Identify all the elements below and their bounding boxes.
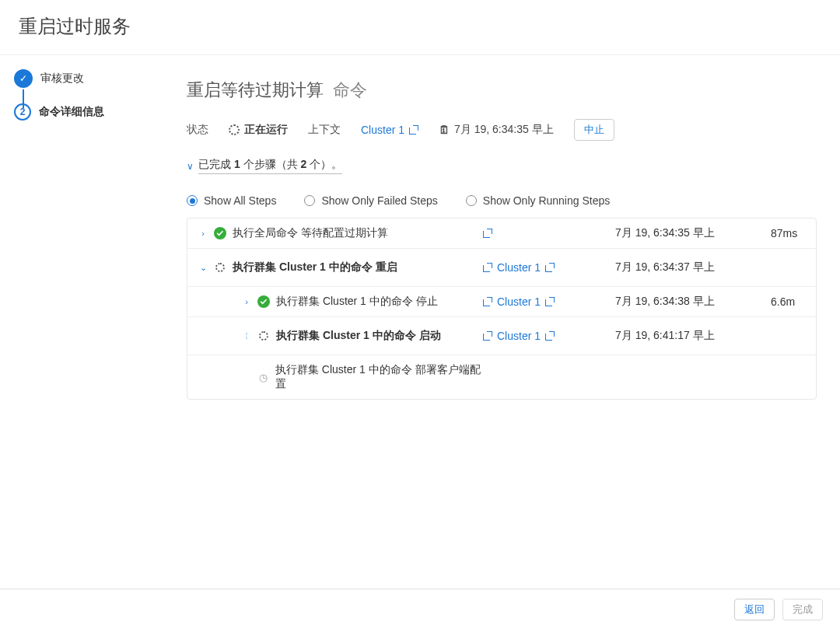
step-link-cell[interactable]: Cluster 1 bbox=[483, 261, 615, 274]
external-link-icon bbox=[545, 331, 555, 341]
chevron-down-icon[interactable]: ⌄ bbox=[198, 263, 208, 273]
external-link-icon bbox=[545, 263, 555, 272]
step-row: ⦙执行群集 Cluster 1 中的命令 启动Cluster 17月 19, 6… bbox=[187, 317, 816, 355]
step-name-cell: ›执行全局命令 等待配置过期计算 bbox=[187, 226, 483, 240]
context-link[interactable]: Cluster 1 bbox=[361, 124, 418, 136]
status-value: 正在运行 bbox=[229, 123, 288, 137]
main-content: 重启等待过期计算 命令 状态 正在运行 上下文 Cluster 1 🗓 7月 1… bbox=[163, 55, 840, 591]
progress-summary: ∨ 已完成 1 个步骤（共 2 个）。 bbox=[187, 158, 817, 174]
spinner-icon bbox=[214, 261, 226, 274]
command-title: 重启等待过期计算 bbox=[187, 80, 324, 100]
success-icon bbox=[214, 227, 226, 239]
command-time: 🗓 7月 19, 6:34:35 早上 bbox=[439, 123, 554, 137]
cluster-link: Cluster 1 bbox=[497, 330, 541, 342]
step-link-cell[interactable]: Cluster 1 bbox=[483, 295, 615, 308]
external-link-icon bbox=[545, 297, 555, 306]
filter-running-radio[interactable]: Show Only Running Steps bbox=[466, 194, 610, 207]
wizard-step-label: 命令详细信息 bbox=[39, 105, 104, 119]
step-name-cell: ›执行群集 Cluster 1 中的命令 停止 bbox=[187, 295, 483, 309]
chevron-right-icon[interactable]: › bbox=[198, 229, 208, 238]
finish-button: 完成 bbox=[782, 599, 823, 620]
status-label: 状态 bbox=[187, 123, 208, 137]
command-title-row: 重启等待过期计算 命令 bbox=[187, 79, 817, 102]
step-name-cell: ⦙执行群集 Cluster 1 中的命令 启动 bbox=[187, 329, 483, 343]
calendar-icon: 🗓 bbox=[439, 124, 450, 136]
radio-icon bbox=[466, 195, 477, 206]
wizard-sidebar: ✓审核更改2命令详细信息 bbox=[0, 55, 163, 591]
bar-icon[interactable]: ⦙ bbox=[242, 331, 251, 341]
filter-failed-radio[interactable]: Show Only Failed Steps bbox=[304, 194, 437, 207]
context-label: 上下文 bbox=[308, 123, 341, 137]
page-title: 重启过时服务 bbox=[19, 14, 821, 39]
step-filter-group: Show All Steps Show Only Failed Steps Sh… bbox=[187, 179, 817, 218]
step-row: ◷执行群集 Cluster 1 中的命令 部署客户端配置 bbox=[187, 355, 816, 399]
step-timestamp: 7月 19, 6:34:37 早上 bbox=[615, 260, 771, 274]
pending-icon: ◷ bbox=[257, 371, 269, 383]
spinner-icon bbox=[229, 124, 240, 135]
step-name: 执行群集 Cluster 1 中的命令 部署客户端配置 bbox=[275, 363, 483, 391]
step-name: 执行群集 Cluster 1 中的命令 停止 bbox=[276, 295, 438, 309]
steps-table: ›执行全局命令 等待配置过期计算7月 19, 6:34:35 早上87ms⌄执行… bbox=[187, 218, 817, 400]
cluster-link: Cluster 1 bbox=[497, 261, 541, 274]
command-status-row: 状态 正在运行 上下文 Cluster 1 🗓 7月 19, 6:34:35 早… bbox=[187, 119, 817, 141]
step-row: ›执行群集 Cluster 1 中的命令 停止Cluster 17月 19, 6… bbox=[187, 287, 816, 317]
step-timestamp: 7月 19, 6:34:38 早上 bbox=[615, 295, 771, 309]
external-link-icon bbox=[409, 125, 418, 135]
step-timestamp: 7月 19, 6:34:35 早上 bbox=[615, 226, 771, 240]
step-duration: 6.6m bbox=[771, 295, 817, 308]
step-name: 执行群集 Cluster 1 中的命令 启动 bbox=[276, 329, 441, 343]
success-icon bbox=[257, 295, 270, 308]
step-name-cell: ⌄执行群集 Cluster 1 中的命令 重启 bbox=[187, 260, 483, 274]
chevron-down-icon[interactable]: ∨ bbox=[187, 161, 194, 172]
spinner-icon bbox=[257, 330, 270, 342]
step-row: ⌄执行群集 Cluster 1 中的命令 重启Cluster 17月 19, 6… bbox=[187, 249, 816, 287]
radio-icon bbox=[187, 195, 198, 206]
step-name: 执行群集 Cluster 1 中的命令 重启 bbox=[233, 260, 397, 274]
radio-icon bbox=[304, 195, 315, 206]
filter-all-radio[interactable]: Show All Steps bbox=[187, 194, 276, 207]
external-link-icon bbox=[483, 331, 492, 341]
step-name: 执行全局命令 等待配置过期计算 bbox=[233, 226, 388, 240]
abort-button[interactable]: 中止 bbox=[574, 119, 614, 141]
footer-bar: 返回 完成 bbox=[0, 589, 840, 629]
back-button[interactable]: 返回 bbox=[734, 599, 775, 620]
wizard-step-1[interactable]: ✓审核更改 bbox=[14, 69, 149, 88]
external-link-icon bbox=[483, 263, 492, 272]
step-name-cell: ◷执行群集 Cluster 1 中的命令 部署客户端配置 bbox=[187, 363, 483, 391]
external-link-icon bbox=[483, 229, 492, 238]
step-duration: 87ms bbox=[771, 227, 817, 239]
step-row: ›执行全局命令 等待配置过期计算7月 19, 6:34:35 早上87ms bbox=[187, 218, 816, 249]
step-number-icon: 2 bbox=[14, 103, 31, 121]
check-icon: ✓ bbox=[14, 69, 33, 88]
step-timestamp: 7月 19, 6:41:17 早上 bbox=[615, 329, 771, 343]
wizard-step-2[interactable]: 2命令详细信息 bbox=[14, 103, 149, 121]
page-header: 重启过时服务 bbox=[0, 0, 840, 55]
wizard-step-label: 审核更改 bbox=[40, 72, 84, 86]
chevron-right-icon[interactable]: › bbox=[242, 297, 251, 306]
external-link-icon bbox=[483, 297, 492, 306]
step-link-cell[interactable]: Cluster 1 bbox=[483, 330, 615, 342]
command-title-suffix: 命令 bbox=[333, 80, 367, 100]
step-link-cell[interactable] bbox=[483, 229, 615, 238]
cluster-link: Cluster 1 bbox=[497, 295, 541, 308]
